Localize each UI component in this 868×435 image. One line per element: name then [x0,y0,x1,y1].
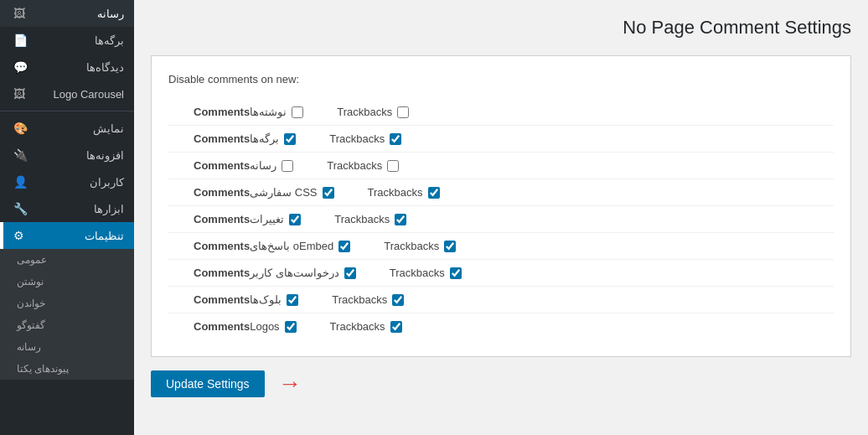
css-comments-checkbox[interactable] [323,187,334,199]
sidebar-item-pages[interactable]: برگه‌ها 📄 [0,27,134,54]
vars-label-en: Commentsتغییرات [194,213,284,225]
sub-item-permalinks-label: پیوندهای یکتا [17,363,69,375]
divider [0,111,134,111]
posts-comments-checkbox[interactable] [292,106,303,118]
media-trackbacks-group: Trackbacks [327,159,399,172]
oembed-trackbacks-label: Trackbacks [384,240,439,252]
logos-trackbacks-group: Trackbacks [330,320,402,333]
sidebar-item-logo-carousel[interactable]: Logo Carousel 🖼 [0,80,134,107]
vars-trackbacks-group: Trackbacks [334,213,406,225]
media-comments-checkbox[interactable] [282,160,293,172]
oembed-comments-checkbox[interactable] [338,241,350,252]
media-trackbacks-label: Trackbacks [327,159,382,172]
sub-item-general[interactable]: عمومی [0,249,134,271]
blocks-trackbacks-group: Trackbacks [332,293,404,306]
oembed-trackbacks-checkbox[interactable] [444,241,456,252]
media-comments-group: Commentsرسانه [194,159,293,172]
sub-item-writing[interactable]: نوشتن [0,271,134,293]
sidebar-item-plugins-label: افزونه‌ها [34,149,124,162]
vars-comments-checkbox[interactable] [289,214,301,225]
vars-comments-group: Commentsتغییرات [194,213,301,225]
blocks-comments-checkbox[interactable] [287,294,298,306]
comments-icon: 💬 [13,60,28,74]
requests-comments-group: Commentsدرخواست‌های کاربر [194,267,356,279]
media-trackbacks-checkbox[interactable] [387,160,399,172]
sidebar-item-comments[interactable]: دیدگاه‌ها 💬 [0,54,134,80]
row-vars: Trackbacks Commentsتغییرات [168,206,834,233]
sub-item-general-label: عمومی [17,254,47,266]
sidebar: رسانه 🖼 برگه‌ها 📄 دیدگاه‌ها 💬 Logo Carou… [0,0,134,435]
sidebar-item-media[interactable]: رسانه 🖼 [0,0,134,27]
update-row: → Update Settings [151,370,851,397]
arrow-icon: → [278,370,302,397]
sidebar-item-settings[interactable]: تنظیمات ⚙ [0,222,134,249]
sidebar-item-users[interactable]: کاربران 👤 [0,168,134,195]
disable-label: Disable comments on new: [168,73,834,85]
blocks-trackbacks-checkbox[interactable] [392,294,404,306]
requests-comments-checkbox[interactable] [344,267,356,279]
media-icon: 🖼 [13,7,25,20]
posts-comments-group: Trackbacks [337,106,409,118]
sidebar-item-users-label: کاربران [34,176,124,189]
sub-item-writing-label: نوشتن [17,276,44,287]
tools-icon: 🔧 [13,202,28,215]
row-blocks: Trackbacks Commentsبلوک‌ها [168,287,834,313]
posts-trackbacks-group: Commentsنوشته‌ها [194,106,303,118]
update-settings-button[interactable]: Update Settings [151,370,265,397]
blocks-trackbacks-label: Trackbacks [332,293,387,306]
blocks-label-en: Commentsبلوک‌ها [194,293,282,306]
posts-label-en: Commentsنوشته‌ها [194,106,287,118]
sub-item-discussion-label: گفتوگو [17,319,45,331]
css-trackbacks-checkbox[interactable] [428,187,440,199]
settings-submenu: عمومی نوشتن خواندن گفتوگو رسانه پیوندهای… [0,249,134,380]
css-label-en: Commentsسفارشی CSS [194,186,318,199]
sidebar-item-media-label: رسانه [32,8,124,20]
sub-item-media-settings-label: رسانه [17,341,41,353]
row-media: Trackbacks Commentsرسانه [168,153,834,179]
css-trackbacks-group: Trackbacks [368,186,440,199]
row-css: Trackbacks Commentsسفارشی CSS [168,179,834,206]
posts-trackbacks-checkbox[interactable] [397,106,409,118]
requests-trackbacks-label: Trackbacks [390,267,445,279]
posts-comments-label: Trackbacks [337,106,392,118]
sidebar-item-comments-label: دیدگاه‌ها [34,61,124,74]
blocks-comments-group: Commentsبلوک‌ها [194,293,298,306]
sidebar-item-appearance[interactable]: نمایش 🎨 [0,115,134,142]
row-posts: Trackbacks Commentsنوشته‌ها [168,99,834,126]
media-label-en: Commentsرسانه [194,159,276,172]
row-pages: Trackbacks Commentsبرگه‌ها [168,126,834,153]
sub-item-media-settings[interactable]: رسانه [0,336,134,358]
pages-trackbacks-group: Trackbacks [329,132,401,145]
sidebar-item-tools[interactable]: ابزارها 🔧 [0,195,134,222]
sidebar-item-tools-label: ابزارها [34,203,124,215]
requests-trackbacks-checkbox[interactable] [450,267,462,279]
pages-comments-group: Commentsبرگه‌ها [194,132,296,145]
pages-trackbacks-checkbox[interactable] [390,133,401,145]
main-content: No Page Comment Settings Disable comment… [134,0,868,435]
logos-comments-checkbox[interactable] [285,321,297,333]
sidebar-item-settings-label: تنظیمات [31,230,124,242]
vars-trackbacks-label: Trackbacks [334,213,390,225]
logos-comments-group: CommentsLogos [194,320,297,333]
settings-box: Disable comments on new: Trackbacks Comm… [151,55,851,357]
vars-trackbacks-checkbox[interactable] [395,214,406,225]
sidebar-item-appearance-label: نمایش [34,122,124,135]
requests-label-en: Commentsدرخواست‌های کاربر [194,267,339,279]
plugins-icon: 🔌 [13,148,28,162]
row-logos: Trackbacks CommentsLogos [168,313,834,339]
oembed-trackbacks-group: Trackbacks [384,240,456,252]
logos-trackbacks-label: Trackbacks [330,320,385,333]
logos-trackbacks-checkbox[interactable] [390,321,402,333]
pages-comments-checkbox[interactable] [284,133,296,145]
appearance-icon: 🎨 [13,122,28,135]
page-title: No Page Comment Settings [151,17,851,39]
sidebar-item-plugins[interactable]: افزونه‌ها 🔌 [0,142,134,168]
sidebar-item-logo-carousel-label: Logo Carousel [32,88,124,101]
users-icon: 👤 [13,175,28,189]
sub-item-permalinks[interactable]: پیوندهای یکتا [0,358,134,380]
pages-icon: 📄 [13,34,28,47]
css-trackbacks-label: Trackbacks [368,186,423,199]
logos-label-en: CommentsLogos [194,320,280,333]
sub-item-reading[interactable]: خواندن [0,293,134,314]
sub-item-discussion[interactable]: گفتوگو [0,314,134,336]
